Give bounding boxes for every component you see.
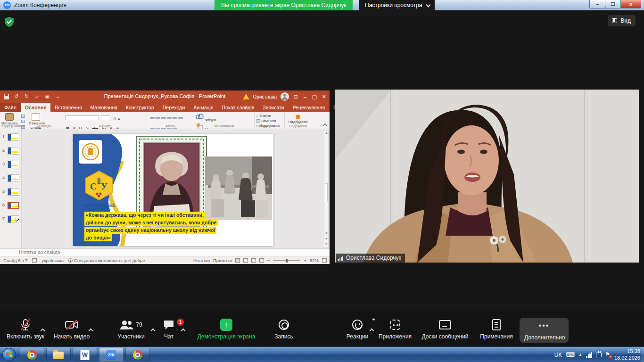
- start-button[interactable]: [2, 348, 16, 362]
- tab-file[interactable]: Файл: [0, 103, 21, 112]
- replace-button[interactable]: Замінити: [261, 119, 276, 123]
- slide-thumb-2[interactable]: 2: [0, 146, 22, 157]
- language-status[interactable]: українська: [41, 258, 64, 263]
- find-button[interactable]: Знайти: [259, 114, 271, 118]
- mute-button[interactable]: Включить звук: [4, 318, 47, 340]
- line-spacing-icon[interactable]: [173, 117, 177, 121]
- indent-increase-icon[interactable]: [167, 117, 172, 121]
- start-video-button[interactable]: Начать видео: [49, 318, 94, 340]
- show-desktop-button[interactable]: [641, 347, 644, 362]
- ppt-minimize-button[interactable]: –: [302, 94, 308, 99]
- power-plug-icon[interactable]: [596, 353, 602, 357]
- participants-button[interactable]: 79 Участники: [107, 318, 156, 340]
- security-shield-icon[interactable]: [5, 17, 14, 27]
- ribbon-options-icon[interactable]: ⊡: [293, 94, 298, 100]
- taskbar-zoom-active[interactable]: zm: [99, 348, 124, 362]
- participant-video[interactable]: [335, 90, 639, 263]
- taskbar-explorer[interactable]: [46, 348, 71, 362]
- scroll-up-icon[interactable]: ▲: [325, 131, 328, 134]
- more-button[interactable]: ••• Дополнительно: [520, 318, 569, 343]
- font-name-input[interactable]: [65, 115, 99, 120]
- text-direction-icon[interactable]: [178, 117, 183, 121]
- notes-pane[interactable]: Нотатки до слайда: [0, 248, 330, 256]
- scroll-thumb[interactable]: [325, 183, 328, 201]
- taskbar-word[interactable]: W: [73, 348, 97, 362]
- record-button[interactable]: Запись: [270, 318, 298, 340]
- grow-font-icon[interactable]: А: [113, 116, 116, 121]
- paste-button[interactable]: Вставити: [0, 113, 19, 125]
- taskbar-chrome-2[interactable]: [125, 348, 150, 362]
- slide-thumbnails-panel: 1 2 3 4 5 6 7 ➤: [0, 129, 22, 248]
- screen-share-button[interactable]: ↑ Демонстрация экрана: [188, 318, 265, 340]
- addins-button[interactable]: Надбудови: [285, 113, 311, 124]
- restore-button[interactable]: [605, 0, 621, 8]
- view-button[interactable]: Вид: [608, 15, 636, 26]
- slide-thumb-3[interactable]: 3: [0, 159, 22, 171]
- replace-icon[interactable]: [256, 119, 260, 123]
- reactions-chevron[interactable]: [370, 329, 374, 333]
- language-indicator[interactable]: UK: [554, 352, 562, 358]
- hidden-icons-chevron[interactable]: ▲: [578, 353, 582, 357]
- slide-thumb-5[interactable]: 5: [0, 187, 22, 198]
- slide-sorter-icon[interactable]: [243, 258, 248, 263]
- notes-toggle[interactable]: Нотатки: [193, 258, 210, 263]
- close-button[interactable]: x: [620, 0, 641, 8]
- previous-slide-icon[interactable]: ⏶: [325, 237, 328, 240]
- cut-icon[interactable]: [21, 115, 25, 118]
- numbering-icon[interactable]: [156, 117, 160, 121]
- tab-review[interactable]: Рецензування: [289, 103, 329, 112]
- quote-textbox[interactable]: «Кожна держава, що через ті чи інші обст…: [84, 212, 240, 242]
- tab-transitions[interactable]: Переходи: [158, 103, 190, 112]
- slideshow-icon[interactable]: [259, 258, 264, 263]
- whiteboards-button[interactable]: Доски сообщений: [417, 318, 473, 340]
- ppt-close-button[interactable]: ✕: [321, 94, 327, 100]
- collapse-ribbon-icon[interactable]: [323, 123, 328, 128]
- ppt-restore-button[interactable]: ▢: [312, 94, 317, 100]
- tab-insert[interactable]: Вставлення: [50, 103, 86, 112]
- slide-thumb-6-selected[interactable]: 6: [0, 200, 22, 212]
- notes-button[interactable]: Примечания: [475, 318, 518, 340]
- accessibility-status[interactable]: Спеціальні можливості: усе добре: [74, 258, 145, 263]
- tab-record[interactable]: Записати: [258, 103, 288, 112]
- fit-slide-icon[interactable]: [322, 258, 327, 263]
- network-signal-icon[interactable]: [586, 352, 592, 358]
- zoom-in-icon[interactable]: +: [304, 258, 306, 263]
- next-slide-icon[interactable]: ⏷: [325, 242, 328, 246]
- chat-button[interactable]: 1 Чат: [156, 318, 182, 340]
- view-settings-button[interactable]: Настройки просмотра: [359, 0, 435, 10]
- reactions-button[interactable]: + Реакции: [342, 318, 372, 340]
- zoom-out-icon[interactable]: −: [267, 258, 270, 263]
- apps-button[interactable]: Приложения: [375, 318, 415, 340]
- taskbar-chrome[interactable]: [20, 348, 44, 362]
- minimize-button[interactable]: –: [589, 0, 605, 8]
- keyboard-icon[interactable]: ⌨: [566, 351, 575, 358]
- reading-view-icon[interactable]: [251, 258, 256, 263]
- font-size-input[interactable]: [101, 115, 110, 120]
- slide-thumb-4[interactable]: 4: [0, 173, 22, 184]
- slide-scrollbar[interactable]: ▲ ▼ ⏶ ⏷: [324, 130, 329, 247]
- user-avatar[interactable]: [281, 92, 289, 101]
- tab-animations[interactable]: Анімація: [189, 103, 217, 112]
- scroll-down-icon[interactable]: ▼: [325, 231, 328, 235]
- shapes-button[interactable]: Фігури: [194, 113, 218, 122]
- warning-icon[interactable]: [243, 94, 249, 99]
- bullets-icon[interactable]: [150, 117, 155, 121]
- chat-chevron[interactable]: [181, 329, 186, 333]
- tab-draw[interactable]: Малювання: [86, 103, 122, 112]
- tab-slideshow[interactable]: Показ слайдів: [218, 103, 259, 112]
- slide-thumb-1[interactable]: 1: [0, 132, 22, 143]
- taskbar-clock[interactable]: 15:38 18.02.2026: [614, 348, 640, 361]
- normal-view-icon[interactable]: [235, 258, 240, 263]
- shrink-font-icon[interactable]: А: [117, 117, 120, 121]
- microphone-muted-icon: [20, 319, 31, 331]
- action-center-flag-icon[interactable]: ✕: [605, 352, 611, 358]
- zoom-slider[interactable]: [273, 260, 300, 261]
- copy-icon[interactable]: [21, 120, 25, 123]
- indent-decrease-icon[interactable]: [161, 117, 166, 121]
- tab-home[interactable]: Основне: [21, 103, 50, 112]
- zoom-percent[interactable]: 82%: [310, 258, 319, 263]
- tray-date: 18.02.2026: [614, 354, 640, 361]
- slide-canvas[interactable]: С У СОЮЗ УКРАЇНОК UKRAINIAN NATIONAL WOM…: [73, 134, 273, 246]
- comments-toggle[interactable]: Примітки: [213, 258, 232, 263]
- tab-design[interactable]: Конструктор: [122, 103, 158, 112]
